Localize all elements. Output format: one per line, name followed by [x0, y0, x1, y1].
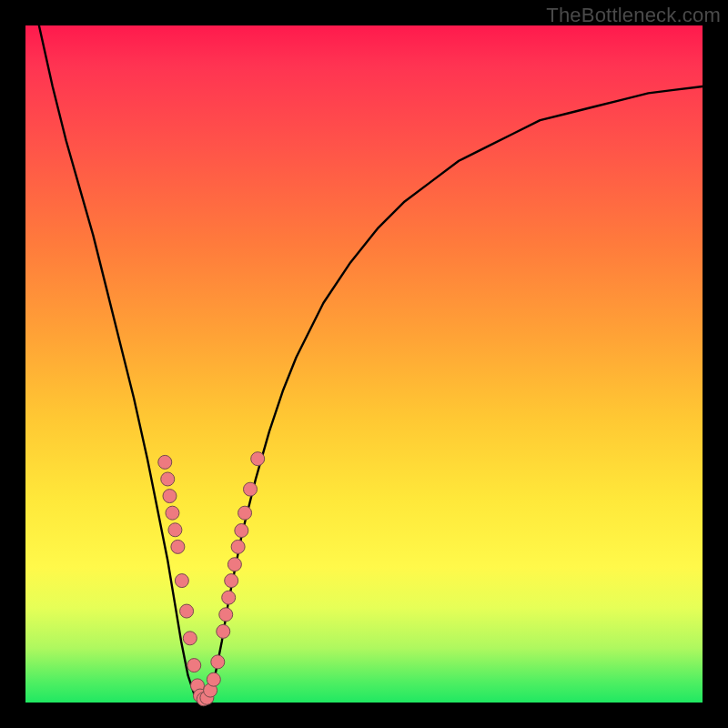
- marker-point: [161, 472, 175, 486]
- marker-point: [187, 659, 201, 672]
- marker-point: [219, 608, 233, 622]
- curve-markers: [158, 452, 265, 706]
- marker-point: [166, 506, 179, 520]
- marker-point: [225, 574, 238, 588]
- watermark-text: TheBottleneck.com: [546, 4, 721, 27]
- marker-point: [171, 540, 185, 553]
- marker-point: [238, 506, 252, 520]
- chart-frame: TheBottleneck.com: [0, 0, 728, 728]
- marker-point: [211, 655, 225, 669]
- marker-point: [228, 558, 241, 571]
- marker-point: [163, 490, 177, 503]
- marker-point: [168, 523, 182, 537]
- marker-point: [207, 672, 220, 686]
- marker-point: [183, 632, 197, 645]
- marker-point: [235, 524, 248, 538]
- curve-path: [39, 25, 703, 703]
- marker-point: [175, 574, 188, 588]
- marker-point: [217, 624, 230, 638]
- marker-point: [244, 482, 258, 496]
- marker-point: [158, 455, 172, 469]
- marker-point: [231, 540, 245, 553]
- chart-svg: [25, 25, 703, 703]
- marker-point: [180, 604, 194, 618]
- marker-point: [222, 591, 236, 604]
- marker-point: [251, 452, 265, 466]
- plot-area: [25, 25, 703, 703]
